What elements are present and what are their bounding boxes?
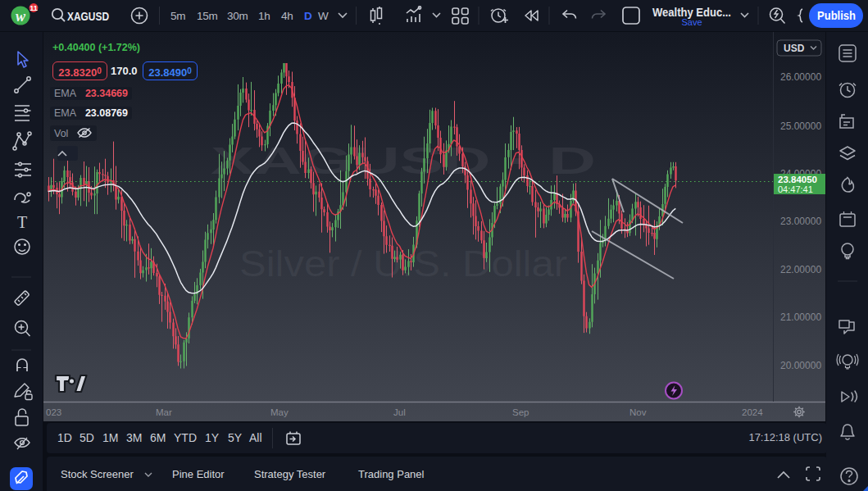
svg-text:20.00000: 20.00000 [780,360,821,371]
svg-text:Save: Save [681,17,702,27]
svg-text:25.00000: 25.00000 [780,120,821,132]
svg-text:2024: 2024 [742,407,763,417]
svg-text:Jul: Jul [393,407,406,417]
svg-text:23.84050: 23.84050 [778,175,817,184]
svg-text:XAGUSD · D: XAGUSD · D [211,139,596,182]
svg-text:Publish: Publish [817,9,856,22]
svg-text:22.00000: 22.00000 [780,264,821,275]
svg-text:23.00000: 23.00000 [780,216,821,227]
svg-text:May: May [270,407,289,417]
svg-text:023: 023 [46,407,61,417]
svg-text:Sep: Sep [512,407,529,417]
svg-text:Nov: Nov [629,407,647,417]
svg-text:Mar: Mar [156,407,172,417]
svg-text:04:47:41: 04:47:41 [778,184,813,194]
svg-text:USD: USD [784,43,805,54]
svg-text:T: T [17,213,27,231]
svg-text:26.00000: 26.00000 [780,71,821,83]
svg-text:21.00000: 21.00000 [780,311,821,323]
